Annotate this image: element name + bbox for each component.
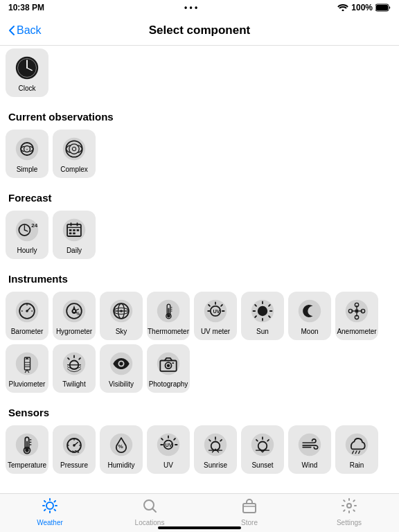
svg-point-0 xyxy=(342,10,344,12)
temperature-sensor-item[interactable]: Temperature xyxy=(6,425,48,474)
barometer-label: Barometer xyxy=(11,328,44,336)
svg-rect-29 xyxy=(73,233,76,235)
hygrometer-item[interactable]: % Hygrometer xyxy=(53,292,96,340)
page-title: Select component xyxy=(149,24,250,37)
sunset-sensor-label: Sunset xyxy=(251,461,273,470)
anemometer-label: Anemometer xyxy=(337,328,376,336)
hygrometer-label: Hygrometer xyxy=(56,328,92,336)
barometer-item[interactable]: Barometer xyxy=(6,292,48,340)
complex-item[interactable]: Complex xyxy=(53,130,96,178)
barometer-icon xyxy=(13,297,41,325)
thermometer-label: Thermometer xyxy=(148,328,189,336)
daily-label: Daily xyxy=(66,247,82,255)
sky-icon xyxy=(107,297,135,325)
battery-percentage: 100% xyxy=(351,3,373,12)
uv-sensor-label: UV xyxy=(163,461,173,470)
daily-item[interactable]: Daily xyxy=(53,211,96,259)
svg-line-161 xyxy=(153,508,157,512)
anemometer-icon xyxy=(343,297,371,325)
svg-line-127 xyxy=(174,438,175,440)
pluviometer-item[interactable]: Pluviometer xyxy=(6,344,48,393)
svg-rect-27 xyxy=(77,229,80,231)
svg-line-95 xyxy=(79,358,80,360)
clock-icon xyxy=(13,54,41,82)
visibility-icon xyxy=(107,350,135,378)
temperature-sensor-icon xyxy=(13,431,41,459)
settings-tab-icon xyxy=(341,497,357,517)
svg-line-71 xyxy=(255,316,256,317)
wifi-icon xyxy=(337,4,348,11)
svg-rect-25 xyxy=(69,229,72,231)
svg-line-59 xyxy=(221,305,222,306)
svg-text:%: % xyxy=(118,443,123,450)
clock-item[interactable]: Clock xyxy=(6,48,48,97)
weather-tab-icon xyxy=(42,497,58,517)
thermometer-item[interactable]: Thermometer xyxy=(147,292,190,340)
pressure-sensor-label: Pressure xyxy=(60,461,88,470)
pressure-sensor-item[interactable]: hPa Pressure xyxy=(53,425,96,474)
complex-icon xyxy=(60,135,88,163)
wind-sensor-icon xyxy=(296,431,323,459)
twilight-item[interactable]: Twilight xyxy=(53,344,96,393)
svg-line-62 xyxy=(209,305,210,306)
hourly-item[interactable]: 24 Hourly xyxy=(6,211,48,259)
instruments-grid: Barometer % Hygrometer xyxy=(0,289,399,398)
svg-line-67 xyxy=(269,305,270,306)
svg-point-100 xyxy=(119,362,123,365)
sunset-sensor-item[interactable]: Sunset xyxy=(241,425,284,474)
sunrise-sensor-item[interactable]: Sunrise xyxy=(194,425,237,474)
uv-sensor-item[interactable]: UV UV xyxy=(147,425,190,474)
svg-point-74 xyxy=(299,300,321,322)
hourly-icon: 24 xyxy=(13,216,41,244)
back-label: Back xyxy=(17,24,42,37)
pluviometer-icon xyxy=(13,350,41,378)
status-bar: 10:38 PM • • • 100% xyxy=(0,0,399,15)
sky-label: Sky xyxy=(116,328,127,336)
svg-point-40 xyxy=(73,310,76,312)
sun-item[interactable]: Sun xyxy=(241,292,284,340)
uv-meter-item[interactable]: UV UV meter xyxy=(194,292,237,340)
svg-point-65 xyxy=(258,306,267,316)
status-time: 10:38 PM xyxy=(8,3,44,12)
sun-icon xyxy=(249,297,276,325)
tab-locations[interactable]: Locations xyxy=(122,497,177,526)
svg-point-110 xyxy=(25,448,28,452)
svg-line-69 xyxy=(269,316,270,317)
temperature-sensor-label: Temperature xyxy=(8,461,46,470)
rain-sensor-label: Rain xyxy=(350,461,364,470)
rain-sensor-item[interactable]: Rain xyxy=(335,425,378,474)
svg-rect-2 xyxy=(376,5,388,10)
svg-line-142 xyxy=(267,440,269,441)
sensors-grid: Temperature hPa Pressure xyxy=(0,423,399,479)
pluviometer-label: Pluviometer xyxy=(9,380,46,389)
anemometer-item[interactable]: Anemometer xyxy=(335,292,378,340)
instruments-header: Instruments xyxy=(0,265,399,289)
complex-label: Complex xyxy=(60,166,87,174)
sky-item[interactable]: Sky xyxy=(100,292,143,340)
locations-tab-icon xyxy=(141,497,158,517)
svg-point-104 xyxy=(167,364,170,367)
svg-line-73 xyxy=(255,305,256,306)
svg-rect-28 xyxy=(69,233,72,235)
wind-sensor-item[interactable]: Wind xyxy=(288,425,331,474)
svg-point-151 xyxy=(46,502,53,509)
humidity-sensor-item[interactable]: % Humidity xyxy=(100,425,143,474)
svg-text:%: % xyxy=(76,311,80,316)
uv-sensor-icon: UV xyxy=(154,431,182,459)
tab-weather[interactable]: Weather xyxy=(22,497,78,526)
svg-text:·: · xyxy=(26,146,28,153)
visibility-item[interactable]: Visibility xyxy=(100,344,143,393)
clock-label: Clock xyxy=(18,85,35,93)
hourly-label: Hourly xyxy=(17,247,37,255)
tab-settings[interactable]: Settings xyxy=(321,497,377,526)
svg-text:UV: UV xyxy=(166,442,172,448)
current-observations-header: Current observations xyxy=(0,103,399,127)
moon-item[interactable]: Moon xyxy=(288,292,331,340)
visibility-label: Visibility xyxy=(109,380,134,389)
simple-item[interactable]: · Simple xyxy=(6,130,48,178)
photography-item[interactable]: Photography xyxy=(147,344,190,393)
svg-line-96 xyxy=(68,358,69,360)
back-button[interactable]: Back xyxy=(8,24,42,37)
moon-icon xyxy=(296,297,323,325)
tab-store[interactable]: Store xyxy=(222,497,277,526)
